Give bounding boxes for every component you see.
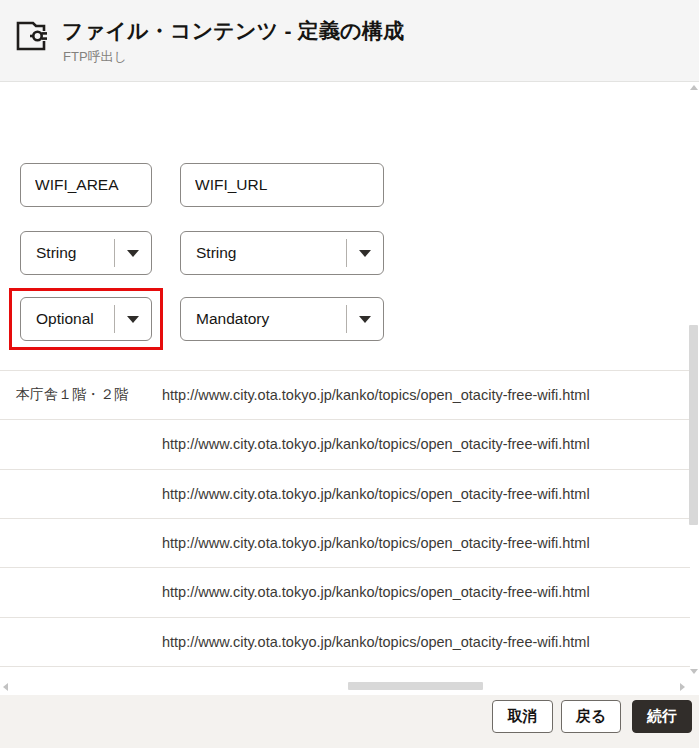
dropdown-caret-zone[interactable] — [114, 305, 151, 333]
configure-definitions-dialog: ファイル・コンテンツ - 定義の構成 FTP呼出し String String … — [0, 0, 699, 748]
chevron-down-icon — [359, 250, 371, 257]
dropdown-caret-zone[interactable] — [346, 239, 383, 267]
scroll-right-icon[interactable] — [680, 683, 685, 691]
back-button[interactable]: 戻る — [561, 700, 621, 733]
dialog-footer: 取消 戻る 続行 — [0, 695, 699, 748]
data-type-dropdown-1[interactable]: String — [20, 231, 152, 275]
requirement-dropdown-mandatory[interactable]: Mandatory — [180, 297, 384, 341]
chevron-down-icon — [127, 250, 139, 257]
scroll-up-icon[interactable] — [690, 85, 698, 90]
table-row: http://www.city.ota.tokyo.jp/kanko/topic… — [0, 470, 690, 519]
dropdown-caret-zone[interactable] — [346, 305, 383, 333]
element-name-input-1[interactable] — [20, 163, 152, 207]
requirement-dropdown-optional[interactable]: Optional — [20, 297, 152, 341]
table-row: http://www.city.ota.tokyo.jp/kanko/topic… — [0, 568, 690, 617]
page-subtitle: FTP呼出し — [63, 48, 127, 66]
url-cell: http://www.city.ota.tokyo.jp/kanko/topic… — [162, 436, 690, 452]
element-name-input-2[interactable] — [180, 163, 384, 207]
page-title: ファイル・コンテンツ - 定義の構成 — [62, 17, 404, 45]
area-cell: 本庁舎１階・２階 — [0, 386, 162, 404]
continue-button[interactable]: 続行 — [632, 700, 692, 733]
data-type-value-2: String — [181, 244, 346, 262]
table-row: http://www.city.ota.tokyo.jp/kanko/topic… — [0, 618, 690, 667]
requirement-value-1: Optional — [21, 310, 114, 328]
file-contents-plug-icon — [14, 18, 50, 54]
table-row: 本庁舎１階・２階 http://www.city.ota.tokyo.jp/ka… — [0, 371, 690, 420]
url-cell: http://www.city.ota.tokyo.jp/kanko/topic… — [162, 535, 690, 551]
horizontal-scrollbar-thumb[interactable] — [348, 682, 483, 690]
url-cell: http://www.city.ota.tokyo.jp/kanko/topic… — [162, 486, 690, 502]
requirement-value-2: Mandatory — [181, 310, 346, 328]
table-row: http://www.city.ota.tokyo.jp/kanko/topic… — [0, 420, 690, 469]
vertical-scrollbar[interactable] — [689, 82, 699, 678]
scroll-left-icon[interactable] — [3, 683, 8, 691]
sample-data-table: 本庁舎１階・２階 http://www.city.ota.tokyo.jp/ka… — [0, 370, 690, 667]
cancel-button[interactable]: 取消 — [492, 700, 553, 733]
horizontal-scrollbar[interactable] — [0, 678, 690, 694]
vertical-scrollbar-thumb[interactable] — [689, 325, 698, 525]
dialog-header: ファイル・コンテンツ - 定義の構成 FTP呼出し — [0, 0, 699, 82]
dropdown-caret-zone[interactable] — [114, 239, 151, 267]
scroll-down-icon[interactable] — [690, 669, 698, 674]
chevron-down-icon — [359, 316, 371, 323]
table-row: http://www.city.ota.tokyo.jp/kanko/topic… — [0, 519, 690, 568]
chevron-down-icon — [127, 316, 139, 323]
url-cell: http://www.city.ota.tokyo.jp/kanko/topic… — [162, 584, 690, 600]
url-cell: http://www.city.ota.tokyo.jp/kanko/topic… — [162, 387, 690, 403]
data-type-dropdown-2[interactable]: String — [180, 231, 384, 275]
data-type-value-1: String — [21, 244, 114, 262]
url-cell: http://www.city.ota.tokyo.jp/kanko/topic… — [162, 634, 690, 650]
